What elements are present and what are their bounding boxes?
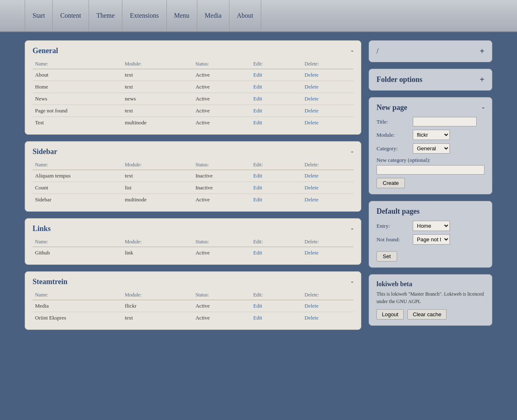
steamtrein-panel-toggle[interactable]: -	[351, 278, 353, 286]
cell-delete[interactable]: Delete	[302, 300, 353, 312]
nav-menu[interactable]: Menu	[167, 0, 197, 31]
steamtrein-col-edit: Edit:	[251, 290, 302, 300]
edit-link[interactable]: Edit	[253, 303, 262, 309]
cell-name: Home	[33, 81, 122, 93]
edit-link[interactable]: Edit	[253, 72, 262, 78]
new-page-panel: New page - Title: Module: flickrtextnews…	[369, 97, 492, 194]
nav-about[interactable]: About	[229, 0, 261, 31]
cell-delete[interactable]: Delete	[302, 194, 353, 206]
cell-status: Active	[193, 312, 250, 324]
logout-button[interactable]: Logout	[377, 309, 404, 320]
cell-delete[interactable]: Delete	[302, 182, 353, 194]
cell-name: Test	[33, 117, 122, 129]
edit-link[interactable]: Edit	[253, 173, 262, 179]
new-page-module-select[interactable]: flickrtextnewslistlinkmultinode	[413, 130, 450, 140]
cell-name: Media	[33, 300, 122, 312]
edit-link[interactable]: Edit	[253, 84, 262, 90]
nav-extensions[interactable]: Extensions	[122, 0, 166, 31]
table-row: Aliquam tempus text Inactive Edit Delete	[33, 170, 353, 182]
cell-status: Inactive	[193, 182, 250, 194]
cell-delete[interactable]: Delete	[302, 247, 353, 259]
delete-link[interactable]: Delete	[304, 107, 318, 114]
edit-link[interactable]: Edit	[253, 96, 262, 102]
steamtrein-panel-header: Steamtrein -	[33, 278, 353, 286]
delete-link[interactable]: Delete	[304, 72, 318, 78]
cell-edit[interactable]: Edit	[251, 170, 302, 182]
default-entry-select[interactable]: HomeAboutNewsPage not foundTest	[413, 221, 450, 231]
folder-options-plus-button[interactable]: +	[480, 75, 484, 84]
folder-path-plus-button[interactable]: +	[480, 47, 484, 56]
links-panel: Links - Name: Module: Status: Edit: Dele…	[25, 218, 361, 265]
links-panel-toggle[interactable]: -	[351, 224, 353, 233]
new-page-header: New page -	[377, 103, 484, 112]
cell-edit[interactable]: Edit	[251, 247, 302, 259]
cell-delete[interactable]: Delete	[302, 69, 353, 81]
general-panel-title: General	[33, 47, 58, 55]
cell-edit[interactable]: Edit	[251, 105, 302, 117]
new-page-module-label: Module:	[377, 132, 409, 138]
edit-link[interactable]: Edit	[253, 250, 262, 256]
table-row: Page not found text Active Edit Delete	[33, 105, 353, 117]
links-panel-header: Links -	[33, 224, 353, 233]
cell-module: news	[122, 93, 193, 105]
edit-link[interactable]: Edit	[253, 196, 262, 203]
cell-edit[interactable]: Edit	[251, 194, 302, 206]
steamtrein-col-name: Name:	[33, 290, 122, 300]
cell-delete[interactable]: Delete	[302, 81, 353, 93]
lokiweb-panel: lokiweb beta This is lokiweb "Master Bra…	[369, 274, 492, 326]
default-notfound-select[interactable]: Page not foundHomeAboutNewsTest	[413, 234, 450, 245]
clear-cache-button[interactable]: Clear cache	[407, 309, 447, 320]
col-header-name: Name:	[33, 59, 122, 69]
delete-link[interactable]: Delete	[304, 119, 318, 126]
cell-module: multinode	[122, 194, 193, 206]
delete-link[interactable]: Delete	[304, 315, 318, 321]
cell-delete[interactable]: Delete	[302, 93, 353, 105]
steamtrein-col-delete: Delete:	[302, 290, 353, 300]
cell-edit[interactable]: Edit	[251, 81, 302, 93]
delete-link[interactable]: Delete	[304, 84, 318, 90]
cell-delete[interactable]: Delete	[302, 105, 353, 117]
steamtrein-panel-title: Steamtrein	[33, 278, 68, 286]
new-page-minus-button[interactable]: -	[482, 103, 484, 112]
cell-edit[interactable]: Edit	[251, 182, 302, 194]
new-page-newcategory-input[interactable]	[377, 165, 484, 175]
folder-options-panel: Folder options +	[369, 69, 492, 91]
new-page-category-select[interactable]: General	[413, 143, 450, 154]
cell-delete[interactable]: Delete	[302, 170, 353, 182]
edit-link[interactable]: Edit	[253, 184, 262, 191]
nav-media[interactable]: Media	[197, 0, 229, 31]
default-pages-title: Default pages	[377, 207, 484, 216]
delete-link[interactable]: Delete	[304, 196, 318, 203]
nav-content[interactable]: Content	[53, 0, 89, 31]
create-button[interactable]: Create	[377, 178, 405, 188]
cell-delete[interactable]: Delete	[302, 312, 353, 324]
col-header-edit: Edit:	[251, 59, 302, 69]
edit-link[interactable]: Edit	[253, 119, 262, 126]
cell-status: Inactive	[193, 170, 250, 182]
nav-theme[interactable]: Theme	[89, 0, 122, 31]
new-page-title: New page	[377, 103, 407, 112]
cell-edit[interactable]: Edit	[251, 312, 302, 324]
cell-edit[interactable]: Edit	[251, 93, 302, 105]
delete-link[interactable]: Delete	[304, 184, 318, 191]
set-button[interactable]: Set	[377, 251, 397, 261]
cell-module: link	[122, 247, 193, 259]
general-panel-toggle[interactable]: -	[351, 47, 353, 55]
cell-delete[interactable]: Delete	[302, 117, 353, 129]
col-header-module: Module:	[122, 59, 193, 69]
cell-name: Oriint Ekspres	[33, 312, 122, 324]
nav-start[interactable]: Start	[25, 0, 53, 31]
delete-link[interactable]: Delete	[304, 250, 318, 256]
delete-link[interactable]: Delete	[304, 173, 318, 179]
cell-edit[interactable]: Edit	[251, 69, 302, 81]
sidebar-panel-toggle[interactable]: -	[351, 147, 353, 156]
new-page-title-input[interactable]	[413, 117, 477, 126]
edit-link[interactable]: Edit	[253, 107, 262, 114]
cell-status: Active	[193, 194, 250, 206]
delete-link[interactable]: Delete	[304, 96, 318, 102]
cell-edit[interactable]: Edit	[251, 300, 302, 312]
delete-link[interactable]: Delete	[304, 303, 318, 309]
cell-edit[interactable]: Edit	[251, 117, 302, 129]
edit-link[interactable]: Edit	[253, 315, 262, 321]
general-table-header: Name: Module: Status: Edit: Delete:	[33, 59, 353, 69]
